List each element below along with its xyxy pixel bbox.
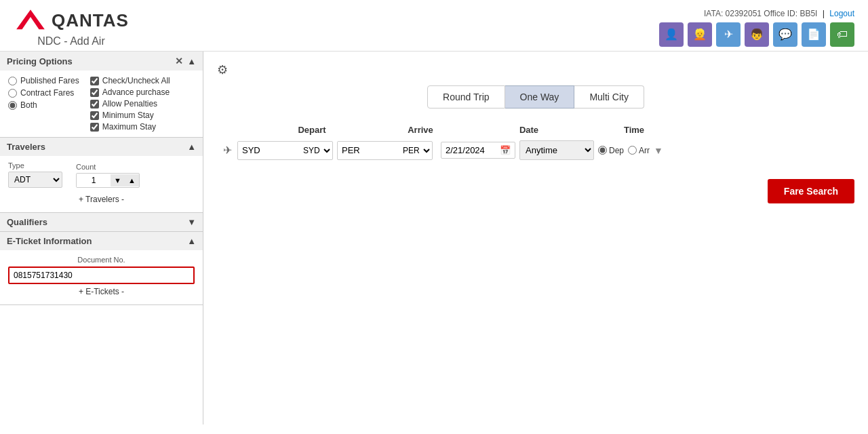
search-form: Depart Arrive Date Time ✈ SYD MEL BNE xyxy=(217,122,854,203)
travelers-count-down[interactable]: ▼ xyxy=(111,174,125,186)
qualifiers-title: Qualifiers xyxy=(7,217,47,227)
nav-icon-person2[interactable]: 👦 xyxy=(745,22,769,47)
qualifiers-expand-icon: ▼ xyxy=(187,217,196,227)
check-penalties-label: Allow Penalties xyxy=(102,99,157,108)
radio-both-label: Both xyxy=(20,100,37,110)
header-meta-text: IATA: 02392051 Office ID: BB5I xyxy=(704,9,817,18)
qualifiers-header[interactable]: Qualifiers ▼ xyxy=(0,213,203,231)
check-advance-label: Advance purchase xyxy=(102,87,170,97)
fare-options-checkboxes: Check/Uncheck All Advance purchase Allow… xyxy=(90,76,170,132)
depart-airport-wrap: SYD MEL BNE xyxy=(237,141,333,160)
time-select[interactable]: Anytime Morning Afternoon Evening xyxy=(519,140,594,160)
left-panel: Pricing Options ✕ ▲ Published Fares Cont… xyxy=(0,52,203,425)
doc-number-input[interactable] xyxy=(8,267,195,284)
pricing-options-collapse-icon: ▲ xyxy=(187,56,196,66)
travelers-count-label: Count xyxy=(76,163,140,171)
travelers-add-row: + Travelers - xyxy=(8,192,195,207)
dep-radio[interactable] xyxy=(598,146,607,155)
pricing-options-header[interactable]: Pricing Options ✕ ▲ xyxy=(0,52,203,71)
fare-search-button[interactable]: Fare Search xyxy=(768,179,854,203)
check-min-stay[interactable]: Minimum Stay xyxy=(90,111,170,120)
tab-round-trip[interactable]: Round Trip xyxy=(427,85,505,108)
eticket-section: E-Ticket Information ▲ Document No. + E-… xyxy=(0,232,203,305)
nav-icons-bar: 👤 👱 ✈ 👦 💬 📄 🏷 xyxy=(659,22,854,47)
col-header-date: Date xyxy=(475,125,583,135)
travelers-count-up[interactable]: ▲ xyxy=(125,174,139,186)
nav-icon-document[interactable]: 📄 xyxy=(802,22,826,47)
travelers-count-input[interactable] xyxy=(77,174,111,187)
travelers-type-col: Type ADT CHD INF xyxy=(8,161,62,188)
flight-row-icon: ✈ xyxy=(217,144,237,157)
arr-radio[interactable] xyxy=(628,146,637,155)
nav-icon-message[interactable]: 💬 xyxy=(773,22,797,47)
trip-type-tabs: Round Trip One Way Multi City xyxy=(217,85,854,108)
check-all-label: Check/Uncheck All xyxy=(102,76,170,85)
date-input[interactable] xyxy=(446,145,500,155)
check-max-stay[interactable]: Maximum Stay xyxy=(90,122,170,132)
travelers-type-select[interactable]: ADT CHD INF xyxy=(8,172,62,188)
travelers-title: Travelers xyxy=(7,142,45,152)
check-penalties[interactable]: Allow Penalties xyxy=(90,99,170,108)
pricing-options-body: Published Fares Contract Fares Both Chec… xyxy=(0,71,203,137)
eticket-title: E-Ticket Information xyxy=(7,236,92,246)
check-advance[interactable]: Advance purchase xyxy=(90,87,170,97)
tab-multi-city[interactable]: Multi City xyxy=(574,85,644,108)
arrive-select[interactable]: PER SYD MEL xyxy=(399,142,432,159)
nav-icon-person[interactable]: 👤 xyxy=(659,22,684,47)
dep-arr-wrap: Dep Arr ▼ xyxy=(598,145,663,156)
pricing-options-close[interactable]: ✕ xyxy=(175,56,183,66)
nav-icon-user-tie[interactable]: 👱 xyxy=(688,22,712,47)
qantas-logo-svg xyxy=(14,7,47,34)
travelers-count-col: Count ▼ ▲ xyxy=(76,163,140,188)
plane-row-icon: ✈ xyxy=(223,144,232,157)
fare-type-radio-group: Published Fares Contract Fares Both xyxy=(8,76,79,132)
doc-number-label: Document No. xyxy=(8,256,195,264)
radio-published-fares[interactable]: Published Fares xyxy=(8,76,79,85)
time-select-wrap: Anytime Morning Afternoon Evening xyxy=(519,140,594,160)
qualifiers-section: Qualifiers ▼ xyxy=(0,213,203,232)
header-meta-row: IATA: 02392051 Office ID: BB5I | Logout xyxy=(704,8,854,18)
travelers-header[interactable]: Travelers ▲ xyxy=(0,138,203,156)
travelers-body: Type ADT CHD INF Count ▼ ▲ xyxy=(0,156,203,212)
check-max-stay-label: Maximum Stay xyxy=(102,122,156,132)
date-wrap: 📅 xyxy=(441,142,515,159)
radio-contract-label: Contract Fares xyxy=(20,88,74,98)
header-right: IATA: 02392051 Office ID: BB5I | Logout … xyxy=(659,8,854,47)
depart-input[interactable] xyxy=(238,142,299,159)
eticket-body: Document No. + E-Tickets - xyxy=(0,250,203,304)
col-header-time: Time xyxy=(583,125,685,135)
logout-link[interactable]: Logout xyxy=(829,9,854,18)
arr-radio-label[interactable]: Arr xyxy=(628,146,650,155)
arrive-airport-wrap: PER SYD MEL xyxy=(337,141,433,160)
travelers-add-link[interactable]: + Travelers - xyxy=(79,195,124,204)
pricing-options-section: Pricing Options ✕ ▲ Published Fares Cont… xyxy=(0,52,203,138)
dep-radio-label[interactable]: Dep xyxy=(598,146,624,155)
tab-one-way[interactable]: One Way xyxy=(505,85,575,108)
arrive-input[interactable] xyxy=(338,142,399,159)
travelers-inputs-row: Type ADT CHD INF Count ▼ ▲ xyxy=(8,161,195,188)
travelers-type-label: Type xyxy=(8,161,62,170)
expand-row-icon[interactable]: ▼ xyxy=(654,145,663,156)
logo-container: QANTAS xyxy=(14,7,129,34)
app-subtitle: NDC - Add Air xyxy=(37,35,105,47)
nav-icon-plane[interactable]: ✈ xyxy=(716,22,741,47)
check-all[interactable]: Check/Uncheck All xyxy=(90,76,170,85)
radio-published-label: Published Fares xyxy=(20,76,79,85)
radio-both[interactable]: Both xyxy=(8,100,79,110)
radio-contract-fares[interactable]: Contract Fares xyxy=(8,88,79,98)
eticket-header[interactable]: E-Ticket Information ▲ xyxy=(0,232,203,250)
eticket-collapse-icon: ▲ xyxy=(187,236,196,246)
col-header-arrive: Arrive xyxy=(366,125,475,135)
depart-select[interactable]: SYD MEL BNE xyxy=(299,142,332,159)
dep-label-text: Dep xyxy=(609,146,624,155)
form-inputs-row: ✈ SYD MEL BNE PER SYD xyxy=(217,140,854,160)
app-name: QANTAS xyxy=(52,10,129,31)
settings-gear-icon[interactable]: ⚙ xyxy=(217,62,228,77)
nav-icon-tag[interactable]: 🏷 xyxy=(830,22,854,47)
calendar-icon[interactable]: 📅 xyxy=(500,145,511,155)
col-header-depart: Depart xyxy=(258,125,366,135)
arr-label-text: Arr xyxy=(639,146,650,155)
check-min-stay-label: Minimum Stay xyxy=(102,111,154,120)
eticket-add-link[interactable]: + E-Tickets - xyxy=(79,287,124,296)
eticket-add-row: + E-Tickets - xyxy=(8,284,195,299)
